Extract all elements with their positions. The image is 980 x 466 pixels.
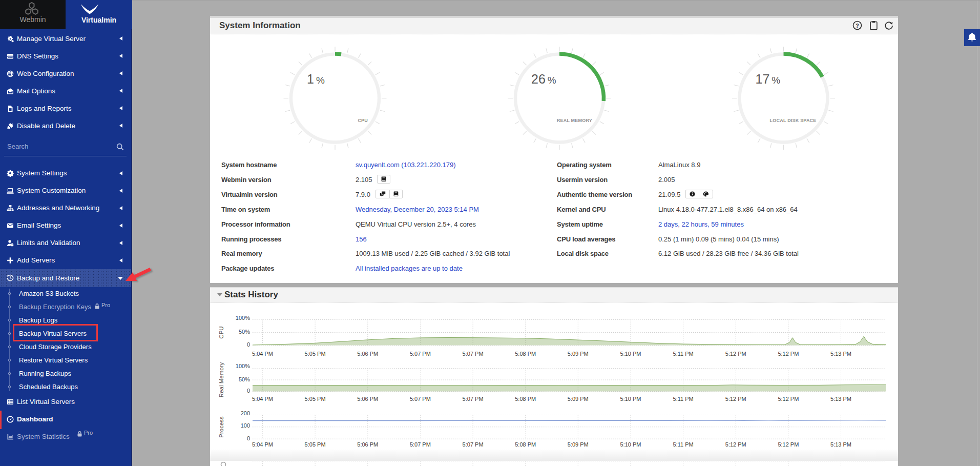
svg-text:?: ? [856,23,859,29]
